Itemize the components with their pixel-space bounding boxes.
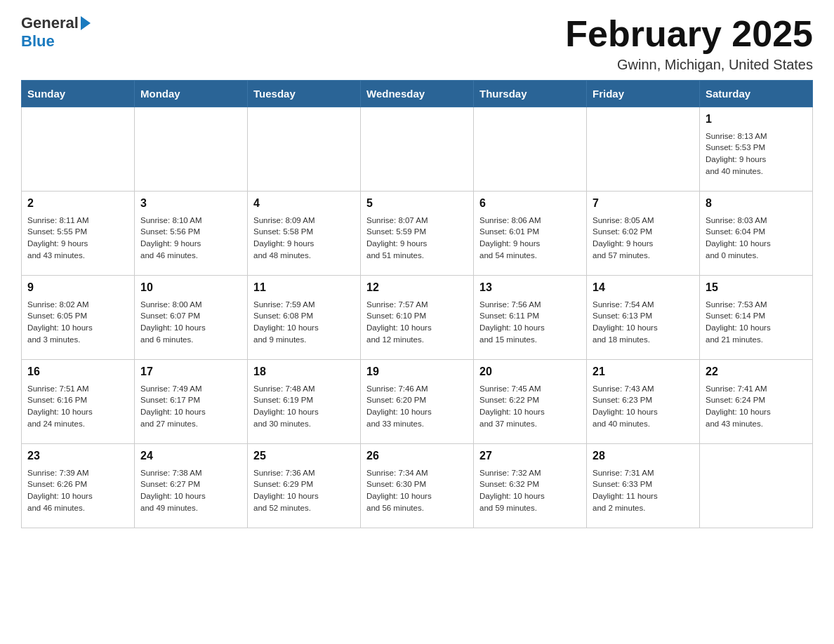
day-info: Sunrise: 8:07 AMSunset: 5:59 PMDaylight:… <box>366 215 468 262</box>
calendar-cell: 16Sunrise: 7:51 AMSunset: 6:16 PMDayligh… <box>22 360 135 444</box>
calendar-cell: 28Sunrise: 7:31 AMSunset: 6:33 PMDayligh… <box>587 444 700 528</box>
day-info: Sunrise: 7:53 AMSunset: 6:14 PMDaylight:… <box>706 299 807 346</box>
day-number: 24 <box>140 448 241 464</box>
day-info: Sunrise: 7:43 AMSunset: 6:23 PMDaylight:… <box>593 383 694 430</box>
day-info: Sunrise: 7:45 AMSunset: 6:22 PMDaylight:… <box>479 383 581 430</box>
day-number: 21 <box>593 364 694 380</box>
day-info: Sunrise: 7:39 AMSunset: 6:26 PMDaylight:… <box>27 467 128 514</box>
day-number: 14 <box>593 280 694 295</box>
day-info: Sunrise: 7:49 AMSunset: 6:17 PMDaylight:… <box>140 383 241 430</box>
day-info: Sunrise: 7:38 AMSunset: 6:27 PMDaylight:… <box>140 467 241 514</box>
calendar-cell: 23Sunrise: 7:39 AMSunset: 6:26 PMDayligh… <box>22 444 135 528</box>
day-number: 16 <box>27 364 128 380</box>
day-number: 8 <box>706 196 807 211</box>
logo-blue-text: Blue <box>21 32 55 50</box>
day-number: 17 <box>140 364 241 380</box>
day-number: 19 <box>366 364 468 380</box>
calendar-cell: 7Sunrise: 8:05 AMSunset: 6:02 PMDaylight… <box>587 192 700 276</box>
weekday-header-wednesday: Wednesday <box>361 81 474 107</box>
day-number: 15 <box>706 280 807 295</box>
week-row-3: 9Sunrise: 8:02 AMSunset: 6:05 PMDaylight… <box>22 276 813 360</box>
day-info: Sunrise: 7:34 AMSunset: 6:30 PMDaylight:… <box>366 467 468 514</box>
calendar-cell: 3Sunrise: 8:10 AMSunset: 5:56 PMDaylight… <box>135 192 248 276</box>
day-number: 6 <box>479 196 581 211</box>
day-number: 7 <box>593 196 694 211</box>
weekday-header-tuesday: Tuesday <box>248 81 361 107</box>
day-number: 1 <box>706 112 807 127</box>
calendar-title-section: February 2025 Gwinn, Michigan, United St… <box>565 14 813 73</box>
day-info: Sunrise: 7:51 AMSunset: 6:16 PMDaylight:… <box>27 383 128 430</box>
day-number: 5 <box>366 196 468 211</box>
calendar-cell: 14Sunrise: 7:54 AMSunset: 6:13 PMDayligh… <box>587 276 700 360</box>
day-info: Sunrise: 8:05 AMSunset: 6:02 PMDaylight:… <box>593 215 694 262</box>
calendar-cell: 24Sunrise: 7:38 AMSunset: 6:27 PMDayligh… <box>135 444 248 528</box>
day-number: 10 <box>140 280 241 295</box>
calendar-cell: 5Sunrise: 8:07 AMSunset: 5:59 PMDaylight… <box>361 192 474 276</box>
day-number: 27 <box>479 448 581 464</box>
calendar-cell <box>587 107 700 192</box>
day-number: 22 <box>706 364 807 380</box>
day-info: Sunrise: 8:09 AMSunset: 5:58 PMDaylight:… <box>253 215 355 262</box>
day-number: 26 <box>366 448 468 464</box>
calendar-cell <box>135 107 248 192</box>
logo-general-text: General <box>21 14 79 32</box>
calendar-cell: 17Sunrise: 7:49 AMSunset: 6:17 PMDayligh… <box>135 360 248 444</box>
day-number: 9 <box>27 280 128 295</box>
day-info: Sunrise: 7:36 AMSunset: 6:29 PMDaylight:… <box>253 467 355 514</box>
calendar-cell: 25Sunrise: 7:36 AMSunset: 6:29 PMDayligh… <box>248 444 361 528</box>
day-info: Sunrise: 8:06 AMSunset: 6:01 PMDaylight:… <box>479 215 581 262</box>
day-info: Sunrise: 8:13 AMSunset: 5:53 PMDaylight:… <box>706 130 807 177</box>
calendar-table: SundayMondayTuesdayWednesdayThursdayFrid… <box>21 80 813 528</box>
calendar-cell: 18Sunrise: 7:48 AMSunset: 6:19 PMDayligh… <box>248 360 361 444</box>
day-info: Sunrise: 7:46 AMSunset: 6:20 PMDaylight:… <box>366 383 468 430</box>
calendar-cell: 21Sunrise: 7:43 AMSunset: 6:23 PMDayligh… <box>587 360 700 444</box>
week-row-1: 1Sunrise: 8:13 AMSunset: 5:53 PMDaylight… <box>22 107 813 192</box>
calendar-cell: 19Sunrise: 7:46 AMSunset: 6:20 PMDayligh… <box>361 360 474 444</box>
calendar-cell <box>361 107 474 192</box>
week-row-5: 23Sunrise: 7:39 AMSunset: 6:26 PMDayligh… <box>22 444 813 528</box>
calendar-cell: 20Sunrise: 7:45 AMSunset: 6:22 PMDayligh… <box>474 360 587 444</box>
calendar-body: 1Sunrise: 8:13 AMSunset: 5:53 PMDaylight… <box>22 107 813 528</box>
calendar-cell: 15Sunrise: 7:53 AMSunset: 6:14 PMDayligh… <box>700 276 813 360</box>
calendar-title: February 2025 <box>565 14 813 54</box>
calendar-cell <box>248 107 361 192</box>
weekday-header-friday: Friday <box>587 81 700 107</box>
day-info: Sunrise: 7:57 AMSunset: 6:10 PMDaylight:… <box>366 299 468 346</box>
weekday-header-row: SundayMondayTuesdayWednesdayThursdayFrid… <box>22 81 813 107</box>
day-number: 4 <box>253 196 355 211</box>
calendar-cell: 11Sunrise: 7:59 AMSunset: 6:08 PMDayligh… <box>248 276 361 360</box>
day-info: Sunrise: 8:10 AMSunset: 5:56 PMDaylight:… <box>140 215 241 262</box>
calendar-cell: 9Sunrise: 8:02 AMSunset: 6:05 PMDaylight… <box>22 276 135 360</box>
day-info: Sunrise: 8:03 AMSunset: 6:04 PMDaylight:… <box>706 215 807 262</box>
day-info: Sunrise: 8:02 AMSunset: 6:05 PMDaylight:… <box>27 299 128 346</box>
calendar-cell <box>474 107 587 192</box>
weekday-header-sunday: Sunday <box>22 81 135 107</box>
week-row-4: 16Sunrise: 7:51 AMSunset: 6:16 PMDayligh… <box>22 360 813 444</box>
calendar-cell: 13Sunrise: 7:56 AMSunset: 6:11 PMDayligh… <box>474 276 587 360</box>
calendar-cell: 26Sunrise: 7:34 AMSunset: 6:30 PMDayligh… <box>361 444 474 528</box>
day-info: Sunrise: 8:11 AMSunset: 5:55 PMDaylight:… <box>27 215 128 262</box>
day-number: 23 <box>27 448 128 464</box>
calendar-cell: 2Sunrise: 8:11 AMSunset: 5:55 PMDaylight… <box>22 192 135 276</box>
day-number: 12 <box>366 280 468 295</box>
day-info: Sunrise: 7:59 AMSunset: 6:08 PMDaylight:… <box>253 299 355 346</box>
day-number: 13 <box>479 280 581 295</box>
calendar-cell <box>22 107 135 192</box>
calendar-subtitle: Gwinn, Michigan, United States <box>565 57 813 73</box>
day-number: 25 <box>253 448 355 464</box>
day-number: 2 <box>27 196 128 211</box>
calendar-cell: 27Sunrise: 7:32 AMSunset: 6:32 PMDayligh… <box>474 444 587 528</box>
logo-triangle-icon <box>81 16 91 30</box>
day-number: 11 <box>253 280 355 295</box>
calendar-cell: 4Sunrise: 8:09 AMSunset: 5:58 PMDaylight… <box>248 192 361 276</box>
calendar-cell: 1Sunrise: 8:13 AMSunset: 5:53 PMDaylight… <box>700 107 813 192</box>
day-number: 3 <box>140 196 241 211</box>
day-number: 20 <box>479 364 581 380</box>
calendar-cell <box>700 444 813 528</box>
calendar-cell: 22Sunrise: 7:41 AMSunset: 6:24 PMDayligh… <box>700 360 813 444</box>
day-info: Sunrise: 7:41 AMSunset: 6:24 PMDaylight:… <box>706 383 807 430</box>
day-info: Sunrise: 7:31 AMSunset: 6:33 PMDaylight:… <box>593 467 694 514</box>
day-info: Sunrise: 7:32 AMSunset: 6:32 PMDaylight:… <box>479 467 581 514</box>
day-info: Sunrise: 7:56 AMSunset: 6:11 PMDaylight:… <box>479 299 581 346</box>
weekday-header-thursday: Thursday <box>474 81 587 107</box>
